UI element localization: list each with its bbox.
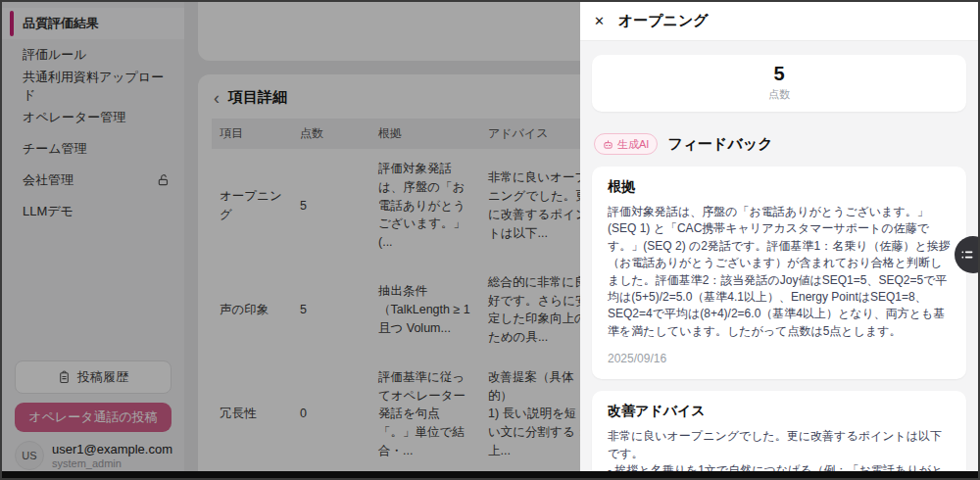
score-label: 点数 <box>592 87 966 102</box>
list-icon <box>959 247 975 263</box>
score-card: 5 点数 <box>592 55 966 112</box>
drawer-body: 5 点数 生成AI フィードバック 根拠 評価対象発話は、序盤の「お電話 <box>580 41 978 478</box>
drawer-title: オープニング <box>618 12 709 30</box>
app-window: 品質評価結果 評価ルール 共通利用資料アップロード オペレーター管理 チーム管理… <box>0 0 980 480</box>
close-icon[interactable]: ✕ <box>594 15 605 27</box>
advice-card: 改善アドバイス 非常に良いオープニングでした。更に改善するポイントは以下です。 … <box>592 391 966 478</box>
robot-icon <box>603 139 613 150</box>
basis-card-date: 2025/09/16 <box>608 352 951 365</box>
advice-card-title: 改善アドバイス <box>608 403 951 420</box>
basis-card-body: 評価対象発話は、序盤の「お電話ありがとうございます。」(SEQ 1) と「CAC… <box>608 204 951 340</box>
drawer-header: ✕ オープニング <box>580 2 978 41</box>
generative-ai-badge: 生成AI <box>594 133 658 155</box>
score-value: 5 <box>592 63 966 85</box>
feedback-header: 生成AI フィードバック <box>594 133 964 155</box>
basis-card-title: 根拠 <box>608 178 951 196</box>
generative-ai-badge-label: 生成AI <box>617 137 649 152</box>
bottom-scrollbar-track <box>2 471 978 478</box>
basis-card: 根拠 評価対象発話は、序盤の「お電話ありがとうございます。」(SEQ 1) と「… <box>592 167 966 379</box>
detail-drawer: ✕ オープニング 5 点数 生成AI フィードバック <box>580 2 978 478</box>
feedback-title: フィードバック <box>667 135 772 154</box>
